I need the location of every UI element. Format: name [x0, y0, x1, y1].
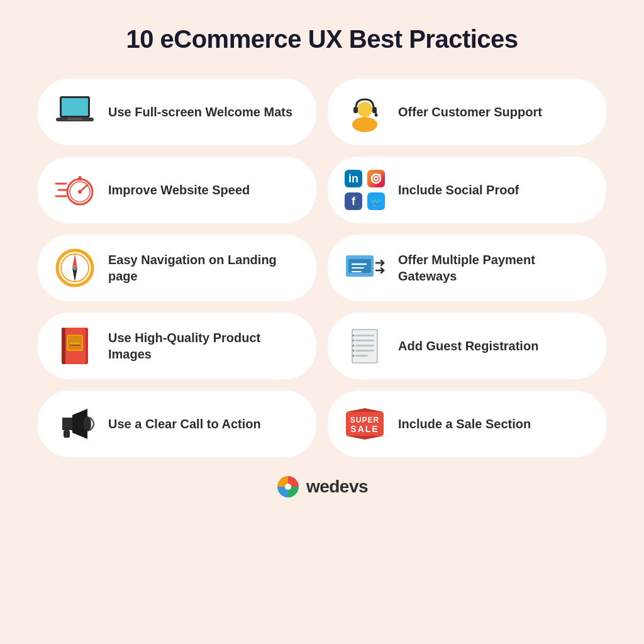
payment-icon: [343, 246, 387, 290]
compass-icon: [53, 246, 97, 290]
svg-rect-51: [355, 340, 374, 341]
svg-text:f: f: [352, 195, 356, 208]
card-product-images-text: Use High-Quality Product Images: [108, 330, 301, 362]
speedometer-icon: [53, 168, 97, 212]
svg-marker-66: [346, 436, 384, 440]
svg-point-59: [353, 355, 355, 357]
svg-rect-54: [355, 355, 368, 357]
svg-marker-65: [346, 408, 384, 412]
svg-text:in: in: [348, 172, 358, 185]
svg-point-32: [73, 266, 77, 270]
svg-rect-34: [348, 259, 371, 273]
card-easy-navigation-text: Easy Navigation on Landing page: [108, 252, 301, 284]
megaphone-icon: [53, 402, 97, 446]
svg-rect-53: [355, 350, 374, 352]
svg-point-5: [357, 102, 372, 117]
svg-rect-50: [355, 335, 374, 336]
footer-brand: wedevs: [306, 477, 368, 497]
registration-icon: [343, 324, 387, 368]
svg-rect-45: [70, 342, 80, 345]
card-call-to-action: Use a Clear Call to Action: [38, 391, 316, 457]
laptop-icon: [53, 90, 97, 134]
svg-rect-15: [79, 176, 81, 179]
svg-text:SALE: SALE: [350, 424, 379, 434]
card-guest-registration-text: Add Guest Registration: [398, 338, 538, 354]
svg-rect-3: [67, 118, 82, 120]
card-website-speed: Improve Website Speed: [38, 157, 316, 223]
svg-point-70: [285, 484, 291, 490]
card-social-proof: in f 🐦: [328, 157, 606, 223]
svg-point-8: [374, 113, 377, 116]
card-product-images: Use High-Quality Product Images: [38, 313, 316, 379]
card-welcome-mats-text: Use Full-screen Welcome Mats: [108, 104, 292, 120]
svg-rect-20: [367, 170, 385, 187]
svg-point-56: [353, 340, 355, 341]
svg-point-55: [353, 335, 355, 336]
card-welcome-mats: Use Full-screen Welcome Mats: [38, 79, 316, 145]
svg-point-58: [353, 350, 355, 352]
svg-rect-6: [353, 107, 358, 113]
card-sale-section: SUPER SALE Include a Sale Section: [328, 391, 606, 457]
svg-point-57: [353, 345, 355, 347]
svg-point-17: [78, 190, 82, 194]
product-icon: [53, 324, 97, 368]
social-icons: in f 🐦: [343, 168, 387, 212]
svg-text:SUPER: SUPER: [350, 416, 379, 425]
cards-grid: Use Full-screen Welcome Mats Offer Custo…: [38, 79, 606, 457]
card-social-proof-text: Include Social Proof: [398, 182, 519, 198]
card-website-speed-text: Improve Website Speed: [108, 182, 250, 198]
svg-rect-1: [62, 98, 88, 116]
card-call-to-action-text: Use a Clear Call to Action: [108, 416, 261, 432]
svg-point-4: [352, 117, 377, 132]
card-guest-registration: Add Guest Registration: [328, 313, 606, 379]
svg-point-23: [379, 174, 381, 176]
svg-rect-46: [70, 345, 80, 346]
card-customer-support: Offer Customer Support: [328, 79, 606, 145]
card-payment-gateways: Offer Multiple Payment Gateways: [328, 235, 606, 301]
sale-icon: SUPER SALE: [343, 402, 387, 446]
svg-rect-63: [64, 430, 70, 438]
card-sale-section-text: Include a Sale Section: [398, 416, 531, 432]
card-customer-support-text: Offer Customer Support: [398, 104, 542, 120]
svg-rect-47: [62, 328, 65, 364]
card-payment-gateways-text: Offer Multiple Payment Gateways: [398, 252, 591, 284]
card-easy-navigation: Easy Navigation on Landing page: [38, 235, 316, 301]
headset-icon: [343, 90, 387, 134]
svg-rect-52: [355, 345, 374, 347]
footer: wedevs: [276, 475, 368, 499]
svg-text:🐦: 🐦: [370, 196, 382, 208]
page-title: 10 eCommerce UX Best Practices: [126, 25, 518, 53]
svg-marker-60: [62, 418, 72, 430]
wedevs-logo-icon: [276, 475, 300, 499]
